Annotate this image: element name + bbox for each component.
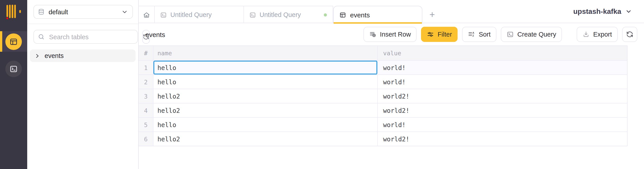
tables-panel: default events [27,0,139,169]
connection-selector[interactable]: upstash-kafka [573,7,644,16]
button-label: Export [593,31,612,38]
terminal-icon [249,11,256,18]
tables-nav-circle [5,33,22,50]
filter-button[interactable]: Filter [421,27,458,42]
table-tree-item-events[interactable]: events [30,50,136,62]
tab-untitled-query-1[interactable]: Untitled Query [155,6,244,23]
row-index: 5 [139,118,154,132]
database-selector-value: default [48,8,117,16]
button-label: Create Query [517,31,556,38]
chevron-down-icon [625,8,632,15]
cell-value[interactable]: world! [378,118,627,132]
button-label: Insert Row [380,31,411,38]
insert-row-button[interactable]: Insert Row [364,27,417,42]
insert-row-icon [369,31,376,38]
download-icon [582,31,590,38]
table-row: 4 hello2 world2! [139,103,627,117]
row-index: 4 [139,104,154,117]
sidebar-item-query-console[interactable] [0,58,27,79]
svg-text:Z: Z [472,34,474,37]
column-header-index[interactable]: # [139,46,154,60]
connection-name: upstash-kafka [573,7,621,16]
tab-untitled-query-2[interactable]: Untitled Query [244,6,333,23]
search-tables-box [34,30,138,44]
row-index: 3 [139,89,154,103]
refresh-icon [626,31,633,38]
terminal-icon [9,64,18,73]
cell-value[interactable]: world2! [378,89,627,103]
tab-label: Untitled Query [170,11,212,18]
button-label: Sort [479,31,490,38]
column-header-value[interactable]: value [378,46,627,60]
new-tab-button[interactable]: + [422,6,442,23]
cell-value[interactable]: world! [378,75,627,89]
table-row: 3 hello2 world2! [139,89,627,103]
database-selector[interactable]: default [34,5,133,19]
export-button[interactable]: Export [577,27,618,42]
button-label: Filter [438,31,452,38]
table-toolbar: events Insert Row Filter [139,23,644,46]
cell-value[interactable]: world! [378,61,627,74]
layout-table-icon [340,11,346,18]
table-row: 5 hello world! [139,117,627,132]
svg-text:A: A [472,32,474,34]
app-root: default events [0,0,644,169]
table-tree-item-label: events [44,52,64,59]
cell-name[interactable]: hello [154,75,378,89]
cell-value[interactable]: world2! [378,132,627,146]
clickhouse-logo [6,3,21,21]
row-index: 2 [139,75,154,89]
row-index: 1 [139,61,154,74]
filter-sliders-icon [427,31,434,38]
terminal-icon [160,11,167,18]
tab-label: Untitled Query [260,11,301,18]
cell-name[interactable]: hello2 [154,104,378,117]
search-tables-input[interactable] [48,33,133,41]
table-row: 6 hello2 world2! [139,132,627,146]
chevron-right-icon [34,53,40,59]
refresh-table-button[interactable] [622,27,637,42]
tab-label: events [350,11,370,18]
console-nav-circle [5,60,22,77]
column-header-name[interactable]: name [154,46,378,60]
cell-name-selected[interactable]: hello [154,61,378,74]
main-area: Untitled Query Untitled Query events + [139,0,644,169]
sidebar-item-tables[interactable] [0,31,27,52]
sort-button[interactable]: A Z Sort [462,27,496,42]
search-icon [38,34,44,40]
database-icon [38,8,44,15]
table-row: 2 hello world! [139,74,627,89]
grid-header-row: # name value [139,46,627,60]
terminal-icon [507,31,514,38]
tab-events[interactable]: events [333,6,422,23]
home-tab[interactable] [139,6,155,23]
cell-name[interactable]: hello2 [154,132,378,146]
row-index: 6 [139,132,154,146]
table-row: 1 hello world! [139,60,627,74]
tab-strip: Untitled Query Untitled Query events + [139,0,644,23]
cell-name[interactable]: hello2 [154,89,378,103]
cell-name[interactable]: hello [154,118,378,132]
data-grid: # name value 1 hello world! 2 hello worl… [139,46,628,146]
panel-divider [27,24,138,24]
table-title: events [146,30,165,38]
app-sidebar [0,0,27,169]
home-icon [143,11,150,18]
sort-az-icon: A Z [468,31,475,38]
layout-table-icon [9,37,18,46]
unsaved-status-dot [324,13,327,16]
cell-value[interactable]: world2! [378,104,627,117]
chevron-down-icon [121,8,128,15]
create-query-button[interactable]: Create Query [501,27,562,42]
